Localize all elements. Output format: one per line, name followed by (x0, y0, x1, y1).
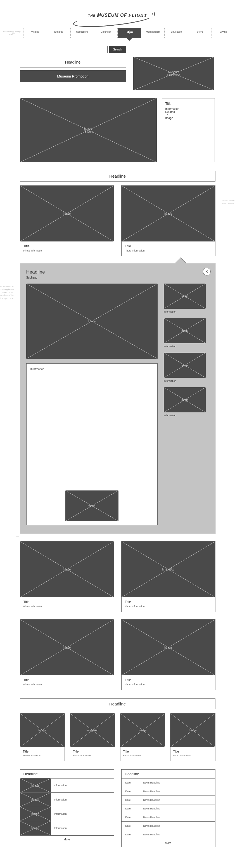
nav-tagline: **(scrolling, sticky nav)** (0, 28, 24, 38)
news-row[interactable]: DateNews Headline (122, 822, 215, 830)
primary-nav: **(scrolling, sticky nav)** Visiting Exh… (0, 28, 235, 38)
more-button[interactable]: More (122, 839, 215, 847)
annotation-expand-note: On roll-over and click of image everythi… (0, 285, 14, 300)
detail-thumbnail-column: ImageInformation ImageInformation ImageI… (164, 284, 206, 525)
close-icon: ✕ (205, 269, 208, 274)
close-button[interactable]: ✕ (203, 268, 211, 276)
nav-visiting[interactable]: Visiting (24, 28, 47, 38)
slider-info-title: Title (165, 102, 211, 106)
news-row[interactable]: DateNews Headline (122, 778, 215, 787)
search-button[interactable]: Search (109, 46, 126, 53)
featured-list-panel: Headline ImageInformation ImageInformati… (20, 769, 114, 847)
logo-text: THE MUSEUM OF FLIGHT (88, 13, 147, 18)
detail-video[interactable]: Video (66, 491, 119, 521)
nav-collections[interactable]: Collections (71, 28, 94, 38)
list-item[interactable]: ImageInformation (20, 793, 114, 807)
gallery-card-small[interactable]: ImageTitlePhoto Information (20, 713, 65, 761)
annotation-bracket (16, 263, 16, 537)
svg-marker-0 (125, 31, 134, 34)
news-row[interactable]: DateNews Headline (122, 804, 215, 813)
detail-headline: Headline (26, 269, 210, 275)
top-headline: Headline (20, 57, 126, 67)
section3-headline: Headline (20, 699, 215, 709)
slider-info-panel: Title Information Related To Image (162, 98, 215, 162)
detail-thumb[interactable]: ImageInformation (164, 387, 206, 417)
more-button[interactable]: More (20, 835, 114, 843)
plane-icon (125, 30, 134, 34)
gallery-card-small[interactable]: ImageTitlePhoto Information (120, 713, 165, 761)
site-logo[interactable]: THE MUSEUM OF FLIGHT (70, 6, 165, 25)
search-input[interactable] (20, 46, 108, 53)
gallery-card[interactable]: ImageTitlePhoto Information (121, 619, 215, 690)
detail-thumb[interactable]: ImageInformation (164, 353, 206, 382)
museum-promotion-bar[interactable]: Museum Promotion (20, 70, 126, 82)
list-item[interactable]: ImageInformation (20, 807, 114, 821)
nav-giving[interactable]: Giving (212, 28, 235, 38)
gallery-card[interactable]: Image TitlePhoto Information (20, 185, 114, 256)
detail-thumb[interactable]: ImageInformation (164, 318, 206, 348)
detail-main-image[interactable]: Image (26, 284, 158, 359)
nav-exhibits[interactable]: Exhibits (47, 28, 71, 38)
gallery-card[interactable]: Image TitlePhoto Information (121, 185, 215, 256)
nav-education[interactable]: Education (164, 28, 188, 38)
list-item[interactable]: ImageInformation (20, 778, 114, 793)
list-item[interactable]: ImageInformation (20, 821, 114, 835)
news-row[interactable]: DateNews Headline (122, 830, 215, 839)
detail-thumb[interactable]: ImageInformation (164, 284, 206, 313)
news-row[interactable]: DateNews Headline (122, 787, 215, 796)
museum-promotion-image[interactable]: Museum Promotion (133, 57, 214, 90)
annotation-hover-note: Click or hover on image to reveal more i… (221, 199, 235, 205)
slider-info-text: Information Related To Image (165, 107, 211, 120)
logo-area: THE MUSEUM OF FLIGHT (0, 0, 235, 28)
nav-store[interactable]: Store (188, 28, 212, 38)
detail-subhead: Subhead (26, 276, 210, 279)
gallery-card[interactable]: ImageTitlePhoto Information (20, 619, 114, 690)
nav-calendar[interactable]: Calendar (94, 28, 118, 38)
section1-headline: Headline (20, 170, 215, 182)
news-list-panel: Headline DateNews Headline DateNews Head… (121, 769, 215, 847)
nav-home-active[interactable] (118, 28, 141, 38)
gallery-card[interactable]: Image/AdTitlePhoto Information (121, 541, 215, 612)
featured-list-headline: Headline (20, 770, 114, 778)
news-row[interactable]: DateNews Headline (122, 813, 215, 822)
gallery-card-small[interactable]: ImageTitlePhoto Information (170, 713, 215, 761)
detail-info-box: Information Video (26, 363, 158, 525)
news-list-headline: Headline (122, 770, 215, 778)
news-row[interactable]: DateNews Headline (122, 796, 215, 804)
gallery-card[interactable]: ImageTitlePhoto Information (20, 541, 114, 612)
gallery-card-small[interactable]: Image/AdTitlePhoto Information (70, 713, 115, 761)
hero-slider-image[interactable]: Image (Slider) (20, 98, 157, 162)
nav-membership[interactable]: Membership (141, 28, 164, 38)
expanded-detail-panel: ✕ Headline Subhead Image Information Vid… (20, 263, 215, 534)
